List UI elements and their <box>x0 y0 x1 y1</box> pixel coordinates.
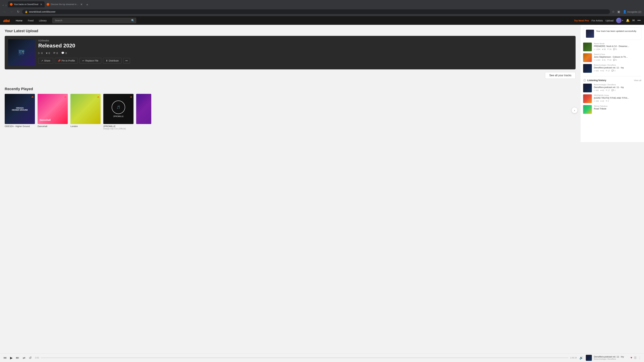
stream-item-1[interactable]: Raven Musik PREMIERE: Nosh & SJ - Dreams… <box>583 42 641 51</box>
repeat-button[interactable]: ↺ <box>28 355 32 361</box>
tab-nav-back[interactable]: ‹ <box>2 3 4 7</box>
nav-home[interactable]: Home <box>14 18 25 23</box>
new-tab-button[interactable]: + <box>85 2 90 7</box>
track-5-thumbnail <box>136 94 151 124</box>
stream-2-likes: ♥ 91 <box>602 59 606 61</box>
current-time: 0:00 <box>35 357 39 359</box>
avatar-dropdown[interactable]: 🎵 ▾ <box>616 18 623 23</box>
track-4-name: 2PROMILLE <box>103 125 134 128</box>
reposts-icon: ⟳ <box>606 89 607 91</box>
upload-button[interactable]: Upload <box>606 19 614 22</box>
soundcloud-app: Home Feed Library 🔍 Try Next Pro For Art… <box>0 16 644 362</box>
history-item-2[interactable]: PRZFM109.2 Asia [HARD TRUTH] TITHE AND T… <box>583 94 641 103</box>
stream-2-thumbnail <box>583 53 592 62</box>
url-text: soundcloud.com/discover <box>29 10 607 13</box>
stream-3-likes: ♥ 42 <box>600 69 604 72</box>
replace-file-button[interactable]: ↩ Replace File <box>80 58 101 63</box>
tab-1-active[interactable]: Your tracks on SoundCloud ✕ <box>8 1 45 7</box>
tab-2[interactable]: Discover the top streamed mus... ✕ <box>44 1 85 7</box>
back-button[interactable]: ← <box>2 9 8 14</box>
stream-1-thumbnail <box>583 42 592 51</box>
history-2-stats: ▷ 438 ♥ 16 ⟳ 2 <box>594 100 641 102</box>
sidebar-toggle-icon[interactable]: ▣ <box>617 9 621 14</box>
search-input[interactable] <box>52 18 136 23</box>
upload-info: A24beaba Released 2020 ▷ 0 ♥ 0 <box>38 39 572 63</box>
stream-item-2[interactable]: Sweet & Sour Jono Stephenson - Colours I… <box>583 53 641 62</box>
history-item-3[interactable]: Skinny Fabulous Road Tribute <box>583 105 641 114</box>
upload-stats: ▷ 0 ♥ 0 ⟳ 0 💬 <box>38 51 572 54</box>
for-artists-link[interactable]: For Artists <box>592 19 603 22</box>
skip-forward-button[interactable]: ⏭ <box>15 355 20 360</box>
pin-to-profile-button[interactable]: 📌 Pin to Profile <box>55 58 78 63</box>
more-options-icon[interactable]: ••• <box>638 19 641 22</box>
forward-button[interactable]: → <box>9 9 14 14</box>
play-pause-button[interactable]: ▶ <box>10 355 13 361</box>
tab-nav-forward[interactable]: › <box>5 3 7 7</box>
player-track-artist: Biotechnologia / Densiflora <box>594 358 624 360</box>
comments-count: 0 <box>66 52 67 54</box>
plays-stat: ▷ 0 <box>38 51 42 54</box>
more-actions-button[interactable]: ••• <box>123 58 130 63</box>
refresh-button[interactable]: ↻ <box>16 9 21 14</box>
url-bar[interactable]: 🔒 soundcloud.com/discover <box>22 9 610 14</box>
history-2-likes: ♥ 16 <box>600 100 604 102</box>
more-icon: ••• <box>126 59 128 62</box>
list-item[interactable]: ☁ London <box>70 94 100 128</box>
upload-thumb-image: 🌃 <box>8 39 35 66</box>
player-more-icon[interactable]: ⋮ <box>638 356 641 360</box>
skip-back-button[interactable]: ⏮ <box>3 355 8 360</box>
likes-stat: ♥ 0 <box>46 52 50 54</box>
share-button[interactable]: ↗ Share <box>38 58 53 63</box>
main-nav: Home Feed Library <box>14 18 49 23</box>
track-3-name: London <box>70 125 100 128</box>
stream-3-reposts: ⟳ 17 <box>606 69 610 72</box>
list-item[interactable]: ☁ 🎵 2PROMILLE 2PROMILLE Deejay-Gijs Cox … <box>103 94 134 130</box>
progress-bar[interactable] <box>40 358 568 358</box>
incognito-icon[interactable]: 👤 Incognito (2) <box>622 9 642 14</box>
view-all-link[interactable]: View all <box>634 79 641 82</box>
sc-header: Home Feed Library 🔍 Try Next Pro For Art… <box>0 16 644 25</box>
upload-track-title: Released 2020 <box>38 42 572 49</box>
history-item-1[interactable]: Biotechnologia / Densiflora Densiflora p… <box>583 84 641 92</box>
likes-icon: ♥ <box>600 100 602 102</box>
bookmark-icon[interactable]: ☆ <box>611 9 615 14</box>
list-item[interactable]: ☁ Dancehall Dancehall <box>38 94 68 128</box>
likes-icon: ♥ <box>46 52 48 54</box>
player-actions: ♥ ☰ ⋮ <box>630 356 641 360</box>
search-bar: 🔍 <box>52 18 136 23</box>
shuffle-button[interactable]: ⇌ <box>22 355 26 361</box>
volume-icon[interactable]: 🔊 <box>580 356 583 360</box>
sc-logo[interactable] <box>3 17 10 24</box>
stream-item-3[interactable]: Biotechnologia / Densiflora Densiflora p… <box>583 64 641 73</box>
try-next-pro-button[interactable]: Try Next Pro <box>574 19 589 22</box>
tracks-next-button[interactable]: › <box>572 107 578 113</box>
see-all-tracks-button[interactable]: See all your tracks <box>545 72 576 79</box>
nav-library[interactable]: Library <box>36 18 49 23</box>
player-track-info: Densiflora podcast vol. 11 - Iny Biotech… <box>586 355 628 361</box>
tab-1-close[interactable]: ✕ <box>40 3 42 6</box>
recently-played-section: Recently Played ☁ ODESZAHIGHER GROUND OD… <box>5 87 576 130</box>
player-progress: 0:00 1:58:34 <box>35 357 577 359</box>
nav-feed[interactable]: Feed <box>26 18 36 23</box>
list-item[interactable]: ☁ ODESZAHIGHER GROUND ODESZA - Higher Gr… <box>5 94 35 128</box>
likes-icon: ♥ <box>600 89 602 91</box>
distribute-button[interactable]: ⬆ Distribute <box>103 58 122 63</box>
likes-icon: ♥ <box>600 70 602 72</box>
history-1-thumbnail <box>583 84 592 92</box>
history-2-reposts: ⟳ 2 <box>606 100 609 102</box>
list-item[interactable] <box>136 94 151 124</box>
content-area: Your Latest Upload 🌃 A24beaba Released 2… <box>0 25 580 142</box>
notifications-icon[interactable]: 🔔 <box>626 18 630 22</box>
stream-2-artist: Sweet & Sour <box>594 53 641 55</box>
avatar-button[interactable]: 🎵 <box>616 18 622 23</box>
next-chevron-icon: › <box>574 109 575 112</box>
likes-icon: ♥ <box>602 48 603 50</box>
sc-logo-small-2: ☁ <box>64 95 66 98</box>
messages-icon[interactable]: ✉ <box>632 18 635 22</box>
svg-rect-0 <box>3 20 4 22</box>
tab-2-close[interactable]: ✕ <box>80 3 83 6</box>
tab-2-title: Discover the top streamed mus... <box>51 3 78 5</box>
player-add-queue-icon[interactable]: ☰ <box>634 356 636 360</box>
listening-history-section: 🕐 Listening history View all Biotechnolo… <box>583 79 641 114</box>
player-like-button[interactable]: ♥ <box>630 356 632 360</box>
